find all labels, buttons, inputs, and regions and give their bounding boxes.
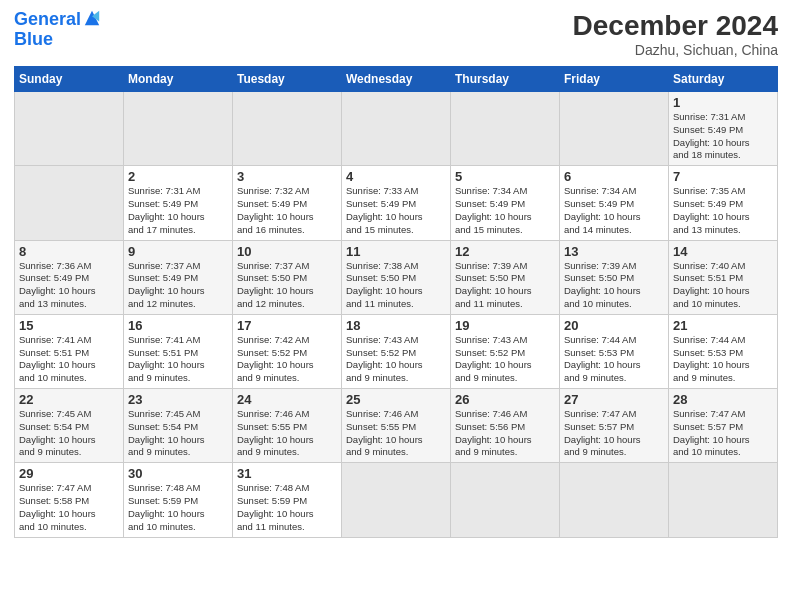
day-number: 27 xyxy=(564,392,664,407)
calendar-cell: 9Sunrise: 7:37 AM Sunset: 5:49 PM Daylig… xyxy=(124,240,233,314)
col-header-wednesday: Wednesday xyxy=(342,67,451,92)
calendar-cell: 3Sunrise: 7:32 AM Sunset: 5:49 PM Daylig… xyxy=(233,166,342,240)
day-detail: Sunrise: 7:35 AM Sunset: 5:49 PM Dayligh… xyxy=(673,185,750,234)
calendar-cell xyxy=(451,463,560,537)
day-detail: Sunrise: 7:37 AM Sunset: 5:49 PM Dayligh… xyxy=(128,260,205,309)
day-number: 28 xyxy=(673,392,773,407)
day-number: 17 xyxy=(237,318,337,333)
day-number: 7 xyxy=(673,169,773,184)
calendar-cell: 18Sunrise: 7:43 AM Sunset: 5:52 PM Dayli… xyxy=(342,314,451,388)
logo-blue: Blue xyxy=(14,30,53,50)
logo: General Blue xyxy=(14,10,101,50)
day-detail: Sunrise: 7:31 AM Sunset: 5:49 PM Dayligh… xyxy=(128,185,205,234)
day-detail: Sunrise: 7:46 AM Sunset: 5:56 PM Dayligh… xyxy=(455,408,532,457)
day-detail: Sunrise: 7:44 AM Sunset: 5:53 PM Dayligh… xyxy=(673,334,750,383)
day-detail: Sunrise: 7:36 AM Sunset: 5:49 PM Dayligh… xyxy=(19,260,96,309)
day-detail: Sunrise: 7:39 AM Sunset: 5:50 PM Dayligh… xyxy=(564,260,641,309)
day-detail: Sunrise: 7:45 AM Sunset: 5:54 PM Dayligh… xyxy=(128,408,205,457)
day-number: 24 xyxy=(237,392,337,407)
calendar-week-row: 15Sunrise: 7:41 AM Sunset: 5:51 PM Dayli… xyxy=(15,314,778,388)
day-number: 29 xyxy=(19,466,119,481)
day-number: 8 xyxy=(19,244,119,259)
calendar-cell xyxy=(124,92,233,166)
day-detail: Sunrise: 7:31 AM Sunset: 5:49 PM Dayligh… xyxy=(673,111,750,160)
page-title: December 2024 xyxy=(573,10,778,42)
day-number: 15 xyxy=(19,318,119,333)
day-detail: Sunrise: 7:34 AM Sunset: 5:49 PM Dayligh… xyxy=(455,185,532,234)
calendar-cell: 29Sunrise: 7:47 AM Sunset: 5:58 PM Dayli… xyxy=(15,463,124,537)
day-detail: Sunrise: 7:42 AM Sunset: 5:52 PM Dayligh… xyxy=(237,334,314,383)
page-subtitle: Dazhu, Sichuan, China xyxy=(573,42,778,58)
col-header-monday: Monday xyxy=(124,67,233,92)
calendar-cell xyxy=(15,166,124,240)
calendar-cell: 5Sunrise: 7:34 AM Sunset: 5:49 PM Daylig… xyxy=(451,166,560,240)
day-detail: Sunrise: 7:43 AM Sunset: 5:52 PM Dayligh… xyxy=(346,334,423,383)
day-number: 21 xyxy=(673,318,773,333)
day-number: 14 xyxy=(673,244,773,259)
col-header-friday: Friday xyxy=(560,67,669,92)
calendar-cell: 19Sunrise: 7:43 AM Sunset: 5:52 PM Dayli… xyxy=(451,314,560,388)
calendar-cell: 14Sunrise: 7:40 AM Sunset: 5:51 PM Dayli… xyxy=(669,240,778,314)
day-number: 10 xyxy=(237,244,337,259)
day-detail: Sunrise: 7:45 AM Sunset: 5:54 PM Dayligh… xyxy=(19,408,96,457)
calendar-cell xyxy=(342,92,451,166)
col-header-thursday: Thursday xyxy=(451,67,560,92)
calendar-week-row: 1Sunrise: 7:31 AM Sunset: 5:49 PM Daylig… xyxy=(15,92,778,166)
day-detail: Sunrise: 7:41 AM Sunset: 5:51 PM Dayligh… xyxy=(19,334,96,383)
day-detail: Sunrise: 7:33 AM Sunset: 5:49 PM Dayligh… xyxy=(346,185,423,234)
calendar-cell: 8Sunrise: 7:36 AM Sunset: 5:49 PM Daylig… xyxy=(15,240,124,314)
col-header-saturday: Saturday xyxy=(669,67,778,92)
calendar-cell: 1Sunrise: 7:31 AM Sunset: 5:49 PM Daylig… xyxy=(669,92,778,166)
day-detail: Sunrise: 7:41 AM Sunset: 5:51 PM Dayligh… xyxy=(128,334,205,383)
calendar-cell xyxy=(233,92,342,166)
day-number: 11 xyxy=(346,244,446,259)
day-detail: Sunrise: 7:38 AM Sunset: 5:50 PM Dayligh… xyxy=(346,260,423,309)
calendar-cell xyxy=(560,463,669,537)
calendar-cell: 10Sunrise: 7:37 AM Sunset: 5:50 PM Dayli… xyxy=(233,240,342,314)
logo-icon xyxy=(83,9,101,27)
calendar-cell: 13Sunrise: 7:39 AM Sunset: 5:50 PM Dayli… xyxy=(560,240,669,314)
calendar-cell: 20Sunrise: 7:44 AM Sunset: 5:53 PM Dayli… xyxy=(560,314,669,388)
day-detail: Sunrise: 7:43 AM Sunset: 5:52 PM Dayligh… xyxy=(455,334,532,383)
calendar-cell: 22Sunrise: 7:45 AM Sunset: 5:54 PM Dayli… xyxy=(15,389,124,463)
col-header-tuesday: Tuesday xyxy=(233,67,342,92)
calendar-header-row: SundayMondayTuesdayWednesdayThursdayFrid… xyxy=(15,67,778,92)
calendar-cell: 28Sunrise: 7:47 AM Sunset: 5:57 PM Dayli… xyxy=(669,389,778,463)
calendar-cell xyxy=(669,463,778,537)
calendar-cell: 23Sunrise: 7:45 AM Sunset: 5:54 PM Dayli… xyxy=(124,389,233,463)
day-number: 9 xyxy=(128,244,228,259)
calendar-cell: 24Sunrise: 7:46 AM Sunset: 5:55 PM Dayli… xyxy=(233,389,342,463)
day-detail: Sunrise: 7:46 AM Sunset: 5:55 PM Dayligh… xyxy=(346,408,423,457)
day-number: 19 xyxy=(455,318,555,333)
day-number: 6 xyxy=(564,169,664,184)
day-detail: Sunrise: 7:32 AM Sunset: 5:49 PM Dayligh… xyxy=(237,185,314,234)
day-number: 13 xyxy=(564,244,664,259)
day-number: 1 xyxy=(673,95,773,110)
day-detail: Sunrise: 7:39 AM Sunset: 5:50 PM Dayligh… xyxy=(455,260,532,309)
calendar-week-row: 22Sunrise: 7:45 AM Sunset: 5:54 PM Dayli… xyxy=(15,389,778,463)
day-detail: Sunrise: 7:44 AM Sunset: 5:53 PM Dayligh… xyxy=(564,334,641,383)
calendar-cell: 11Sunrise: 7:38 AM Sunset: 5:50 PM Dayli… xyxy=(342,240,451,314)
calendar-cell xyxy=(560,92,669,166)
day-number: 22 xyxy=(19,392,119,407)
calendar-cell: 7Sunrise: 7:35 AM Sunset: 5:49 PM Daylig… xyxy=(669,166,778,240)
day-detail: Sunrise: 7:47 AM Sunset: 5:58 PM Dayligh… xyxy=(19,482,96,531)
calendar-cell: 6Sunrise: 7:34 AM Sunset: 5:49 PM Daylig… xyxy=(560,166,669,240)
header: General Blue December 2024 Dazhu, Sichua… xyxy=(14,10,778,58)
day-number: 31 xyxy=(237,466,337,481)
day-number: 20 xyxy=(564,318,664,333)
calendar-cell: 31Sunrise: 7:48 AM Sunset: 5:59 PM Dayli… xyxy=(233,463,342,537)
day-number: 4 xyxy=(346,169,446,184)
logo-text: General xyxy=(14,10,81,30)
calendar-cell: 27Sunrise: 7:47 AM Sunset: 5:57 PM Dayli… xyxy=(560,389,669,463)
day-detail: Sunrise: 7:40 AM Sunset: 5:51 PM Dayligh… xyxy=(673,260,750,309)
day-number: 30 xyxy=(128,466,228,481)
day-detail: Sunrise: 7:46 AM Sunset: 5:55 PM Dayligh… xyxy=(237,408,314,457)
calendar-cell: 25Sunrise: 7:46 AM Sunset: 5:55 PM Dayli… xyxy=(342,389,451,463)
day-number: 5 xyxy=(455,169,555,184)
calendar-cell: 12Sunrise: 7:39 AM Sunset: 5:50 PM Dayli… xyxy=(451,240,560,314)
calendar-cell xyxy=(15,92,124,166)
day-detail: Sunrise: 7:37 AM Sunset: 5:50 PM Dayligh… xyxy=(237,260,314,309)
calendar-table: SundayMondayTuesdayWednesdayThursdayFrid… xyxy=(14,66,778,538)
calendar-cell xyxy=(342,463,451,537)
